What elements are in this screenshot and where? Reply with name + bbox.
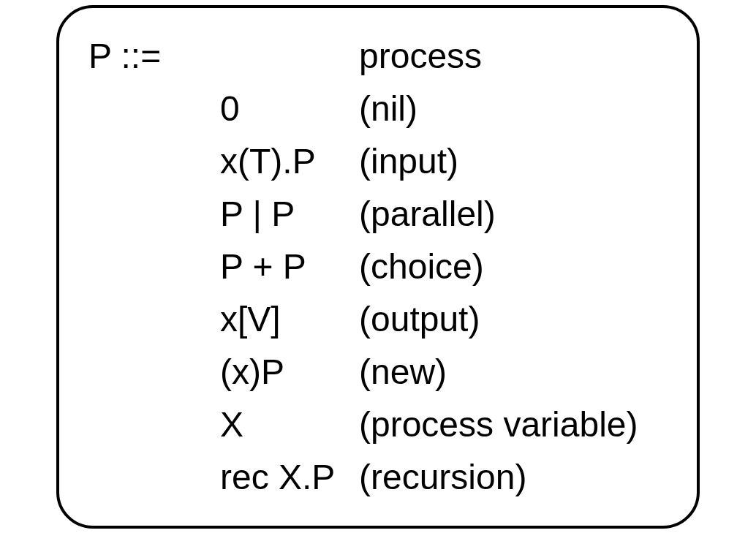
grammar-description: (new): [359, 346, 660, 398]
grammar-production: X: [220, 398, 359, 451]
grammar-row: rec X.P (recursion): [88, 451, 660, 504]
grammar-row: x[V] (output): [88, 293, 660, 346]
grammar-row: P ::= process: [88, 30, 660, 83]
grammar-production: rec X.P: [220, 451, 359, 504]
grammar-description: (output): [359, 293, 660, 346]
grammar-production: x(T).P: [220, 135, 359, 188]
grammar-row: 0 (nil): [88, 83, 660, 135]
grammar-description: (nil): [359, 83, 660, 135]
grammar-description: (choice): [359, 241, 660, 293]
grammar-row: (x)P (new): [88, 346, 660, 398]
grammar-row: X (process variable): [88, 398, 660, 451]
grammar-row: x(T).P (input): [88, 135, 660, 188]
grammar-description: (parallel): [359, 188, 660, 241]
grammar-row: P | P (parallel): [88, 188, 660, 241]
grammar-production: P | P: [220, 188, 359, 241]
grammar-description: (process variable): [359, 398, 660, 451]
grammar-production: 0: [220, 83, 359, 135]
grammar-description: (recursion): [359, 451, 660, 504]
grammar-row: P + P (choice): [88, 241, 660, 293]
grammar-description: (input): [359, 135, 660, 188]
grammar-lhs: P ::=: [88, 30, 220, 83]
grammar-production: x[V]: [220, 293, 359, 346]
grammar-production: (x)P: [220, 346, 359, 398]
grammar-production: P + P: [220, 241, 359, 293]
grammar-description: process: [359, 30, 660, 83]
grammar-definition-box: P ::= process 0 (nil) x(T).P (input) P |…: [56, 5, 700, 529]
